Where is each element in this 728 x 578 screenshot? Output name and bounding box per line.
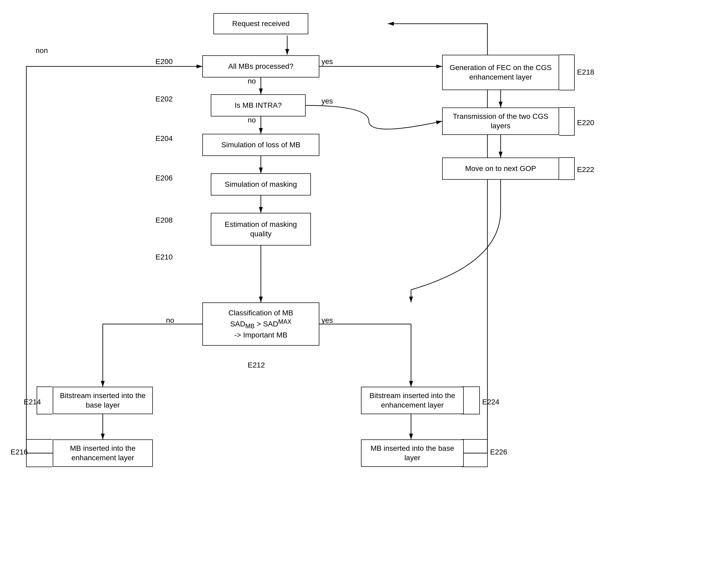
label-E204: E204 (155, 134, 173, 143)
all-mbs-label: All MBs processed? (228, 62, 293, 71)
label-E218: E218 (577, 68, 594, 76)
label-no-1: no (248, 77, 256, 85)
label-E200: E200 (155, 57, 173, 66)
label-E226: E226 (490, 448, 507, 456)
sim-masking-box: Simulation of masking (211, 173, 311, 195)
all-mbs-box: All MBs processed? (202, 55, 319, 77)
label-E212: E212 (248, 361, 265, 369)
label-yes-1: yes (321, 57, 333, 66)
classification-label: Classification of MB SADMB > SADMAX -> I… (229, 308, 293, 340)
label-E220: E220 (577, 119, 594, 127)
label-E208: E208 (155, 216, 173, 225)
label-E206: E206 (155, 174, 173, 182)
bitstream-enhancement-right-label: Bitstream inserted into the enhancement … (365, 391, 460, 410)
move-gop-box: Move on to next GOP (442, 158, 559, 180)
bitstream-enhancement-right-box: Bitstream inserted into the enhancement … (361, 387, 464, 414)
est-masking-label: Estimation of masking quality (214, 220, 307, 239)
request-received-box: Request received (213, 13, 308, 34)
flowchart-svg (0, 0, 728, 578)
bitstream-base-left-label: Bitstream inserted into the base layer (56, 391, 149, 410)
trans-cgs-box: Transmission of the two CGS layers (442, 107, 559, 135)
sim-loss-label: Simulation of loss of MB (221, 140, 301, 150)
bitstream-base-left-box: Bitstream inserted into the base layer (53, 387, 153, 414)
label-no-3: no (166, 316, 174, 324)
label-E224: E224 (482, 398, 499, 406)
mb-enhancement-left-box: MB inserted into the enhancement layer (53, 440, 153, 467)
mb-enhancement-left-label: MB inserted into the enhancement layer (56, 444, 149, 463)
label-no-2: no (248, 116, 256, 124)
label-yes-2: yes (321, 97, 333, 105)
gen-fec-label: Generation of FEC on the CGS enhancement… (446, 63, 555, 82)
request-received-label: Request received (232, 19, 290, 28)
label-E210: E210 (155, 253, 173, 261)
mb-base-right-label: MB inserted into the base layer (365, 444, 460, 463)
diagram-container: Request received All MBs processed? Is M… (0, 0, 728, 578)
is-mb-intra-box: Is MB INTRA? (211, 94, 306, 116)
sim-loss-box: Simulation of loss of MB (202, 134, 319, 156)
est-masking-box: Estimation of masking quality (211, 213, 311, 245)
classification-box: Classification of MB SADMB > SADMAX -> I… (202, 303, 319, 346)
label-E216: E216 (10, 448, 28, 456)
sim-masking-label: Simulation of masking (225, 180, 297, 189)
label-yes-3: yes (321, 316, 333, 324)
label-E222: E222 (577, 165, 594, 174)
label-E202: E202 (155, 95, 173, 103)
mb-base-right-box: MB inserted into the base layer (361, 440, 464, 467)
gen-fec-box: Generation of FEC on the CGS enhancement… (442, 55, 559, 90)
move-gop-label: Move on to next GOP (465, 164, 536, 173)
is-mb-intra-label: Is MB INTRA? (235, 101, 282, 110)
label-non: non (35, 46, 48, 55)
trans-cgs-label: Transmission of the two CGS layers (446, 112, 555, 131)
label-E214: E214 (24, 398, 41, 406)
